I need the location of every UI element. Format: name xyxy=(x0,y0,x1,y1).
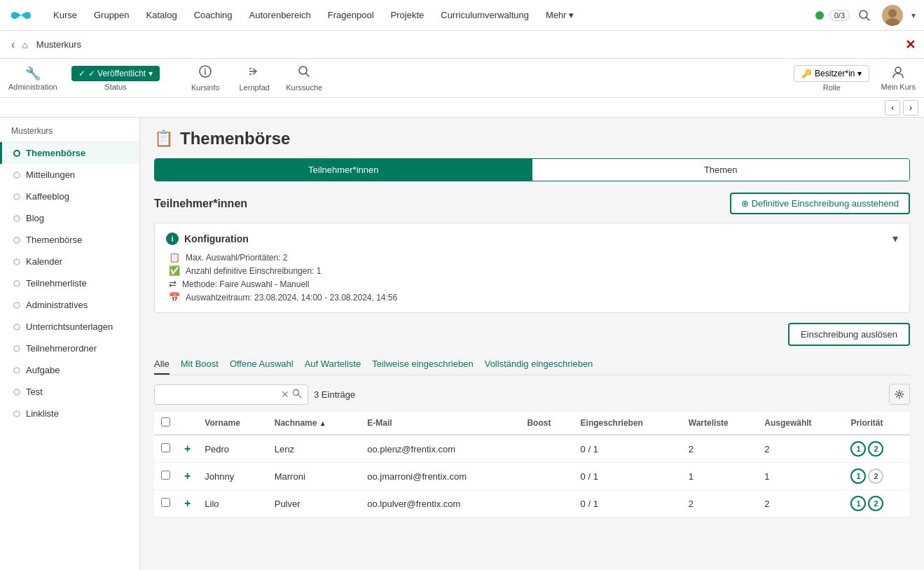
sidebar-item-teilnehmerliste[interactable]: Teilnehmerliste xyxy=(0,272,139,294)
participants-table: Vorname Nachname ▲ E-Mail Boost Eingesch… xyxy=(154,412,910,517)
main-content: 📋 Themenbörse Teilnehmer*innen Themen Te… xyxy=(140,118,924,570)
row-expand-button[interactable]: + xyxy=(184,443,191,455)
th-prioritaet: Priorität xyxy=(843,412,910,435)
kurssuche-toolbar-item[interactable]: Kurssuche xyxy=(286,64,322,92)
rolle-button[interactable]: 🔑 Besitzer*in ▾ xyxy=(794,65,869,82)
sidebar-item-mitteilungen[interactable]: Mitteilungen xyxy=(0,164,139,186)
nav-projekte[interactable]: Projekte xyxy=(382,0,433,31)
filter-tab-mit-boost[interactable]: Mit Boost xyxy=(181,354,219,375)
filter-tab-offene-auswahl[interactable]: Offene Auswahl xyxy=(230,354,294,375)
svg-line-11 xyxy=(306,74,310,77)
nav-mehr[interactable]: Mehr ▾ xyxy=(537,0,582,31)
filter-tabs: Alle Mit Boost Offene Auswahl Auf Wartel… xyxy=(154,354,910,375)
kconfig-title-text: Konfiguration xyxy=(184,233,249,244)
svg-point-3 xyxy=(885,18,899,26)
filter-tab-teilweise[interactable]: Teilweise eingeschrieben xyxy=(372,354,474,375)
sidebar-dot xyxy=(13,389,20,396)
avatar xyxy=(882,5,903,26)
kconfig-row-2: ✅ Anzahl definitive Einschreibungen: 1 xyxy=(169,264,898,277)
logo[interactable] xyxy=(8,3,34,28)
row-checkbox-cell xyxy=(154,435,177,463)
row-warteliste: 2 xyxy=(682,435,757,463)
select-all-checkbox[interactable] xyxy=(161,417,170,426)
administration-toolbar-item[interactable]: 🔧 Administration xyxy=(8,66,57,91)
einschreibung-auslosen-button[interactable]: Einschreibung auslösen xyxy=(788,323,910,346)
row-boost xyxy=(520,490,573,517)
rolle-dropdown-arrow: ▾ xyxy=(857,69,862,78)
enrollment-pending-button[interactable]: ⊕ Definitive Einschreibung ausstehend xyxy=(730,193,910,214)
row-boost xyxy=(520,463,573,490)
row-checkbox[interactable] xyxy=(161,443,170,452)
sidebar-item-themenboerse-active[interactable]: Themenbörse xyxy=(0,142,139,164)
th-vorname[interactable]: Vorname xyxy=(198,412,267,435)
priority-badges: 1 2 xyxy=(850,441,903,457)
online-status-dot xyxy=(815,11,824,20)
row-email: oo.plenz@frentix.com xyxy=(360,435,520,463)
pagination-next-button[interactable]: › xyxy=(903,100,918,116)
section-title: Teilnehmer*innen xyxy=(154,197,247,210)
table-settings-button[interactable] xyxy=(889,384,910,405)
sidebar-item-kaffeeblog[interactable]: Kaffeeblog xyxy=(0,186,139,207)
row-checkbox-cell xyxy=(154,490,177,517)
sidebar-item-unterrichtsunterlagen[interactable]: Unterrichtsunterlagen xyxy=(0,316,139,338)
status-button[interactable]: ✓ ✓ Veröffentlicht ▾ xyxy=(71,66,160,81)
filter-tab-vollstaendig[interactable]: Vollständig eingeschrieben xyxy=(485,354,593,375)
sidebar-item-teilnehmerordner[interactable]: Teilnehmerordner xyxy=(0,338,139,359)
sidebar-item-administratives[interactable]: Administratives xyxy=(0,294,139,316)
pagination-prev-button[interactable]: ‹ xyxy=(885,100,900,116)
nav-coaching[interactable]: Coaching xyxy=(186,0,241,31)
sidebar-item-test[interactable]: Test xyxy=(0,381,139,403)
status-checkmark: ✓ xyxy=(78,69,85,78)
sidebar-item-aufgabe[interactable]: Aufgabe xyxy=(0,359,139,381)
status-label: ✓ Veröffentlicht xyxy=(88,69,146,78)
nav-kurse[interactable]: Kurse xyxy=(45,0,85,31)
row-prioritaet: 1 2 xyxy=(843,490,910,517)
row-eingeschrieben: 0 / 1 xyxy=(574,490,682,517)
row-checkbox[interactable] xyxy=(161,471,170,480)
tab-teilnehmer[interactable]: Teilnehmer*innen xyxy=(155,159,532,181)
nav-links: Kurse Gruppen Katalog Coaching Autorenbe… xyxy=(45,0,815,31)
row-checkbox[interactable] xyxy=(161,498,170,507)
row-plus-cell: + xyxy=(177,463,198,490)
row-expand-button[interactable]: + xyxy=(184,470,191,482)
search-input[interactable] xyxy=(160,389,278,400)
status-sublabel: Status xyxy=(104,83,126,91)
th-nachname[interactable]: Nachname ▲ xyxy=(268,412,361,435)
table-row: + Pedro Lenz oo.plenz@frentix.com 0 / 1 … xyxy=(154,435,910,463)
kurssuche-icon xyxy=(297,64,311,82)
mein-kurs-toolbar-item[interactable]: Mein Kurs xyxy=(881,65,916,91)
svg-point-15 xyxy=(898,393,901,396)
nav-autorenbereich[interactable]: Autorenbereich xyxy=(241,0,319,31)
user-avatar-button[interactable] xyxy=(879,2,906,29)
nav-gruppen[interactable]: Gruppen xyxy=(85,0,138,31)
search-box: ✕ xyxy=(154,384,308,405)
kconfig-collapse-button[interactable]: ▾ xyxy=(892,232,898,245)
row-expand-button[interactable]: + xyxy=(184,497,191,510)
breadcrumb-close-button[interactable]: ✕ xyxy=(905,37,916,53)
sidebar-dot xyxy=(13,410,20,417)
clipboard-icon: 📋 xyxy=(169,252,180,263)
nav-katalog[interactable]: Katalog xyxy=(138,0,186,31)
kconfig-row-1-text: Max. Auswahl/Prioritäten: 2 xyxy=(186,253,287,263)
th-ausgewaehlt: Ausgewählt xyxy=(757,412,843,435)
breadcrumb-home-icon[interactable]: ⌂ xyxy=(22,39,27,50)
nav-fragenpool[interactable]: Fragenpool xyxy=(319,0,382,31)
kursinfo-toolbar-item[interactable]: Kursinfo xyxy=(188,64,223,92)
sidebar-label: Kalender xyxy=(26,256,62,267)
sidebar-item-themenboerse[interactable]: Themenbörse xyxy=(0,229,139,251)
sidebar-item-kalender[interactable]: Kalender xyxy=(0,251,139,272)
sidebar-dot xyxy=(13,258,20,265)
search-row: ✕ 3 Einträge xyxy=(154,384,910,405)
breadcrumb-back-button[interactable]: ‹ xyxy=(8,39,18,51)
tab-themen[interactable]: Themen xyxy=(532,159,910,181)
lernpfad-toolbar-item[interactable]: Lernpfad xyxy=(237,64,272,92)
nav-right: 0/3 ▾ xyxy=(815,2,916,29)
global-search-button[interactable] xyxy=(855,6,874,25)
sidebar-item-blog[interactable]: Blog xyxy=(0,207,139,229)
filter-tab-alle[interactable]: Alle xyxy=(154,354,170,375)
nav-curriculum[interactable]: Curriculumverwaltung xyxy=(432,0,537,31)
search-clear-button[interactable]: ✕ xyxy=(281,389,289,400)
filter-tab-auf-warteliste[interactable]: Auf Warteliste xyxy=(305,354,361,375)
search-go-button[interactable] xyxy=(292,389,302,401)
sidebar-item-linkliste[interactable]: Linkliste xyxy=(0,403,139,424)
